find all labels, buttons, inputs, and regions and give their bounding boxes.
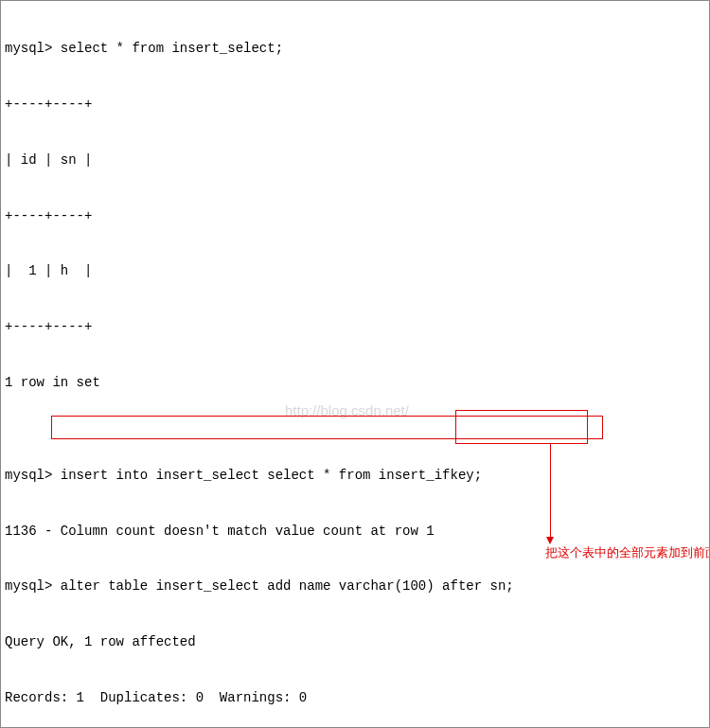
output-line: mysql> insert into insert_select select … [5, 467, 705, 486]
output-line: mysql> alter table insert_select add nam… [5, 577, 705, 596]
output-line: +----+----+ [5, 318, 705, 337]
output-line: +----+----+ [5, 96, 705, 115]
terminal-output[interactable]: mysql> select * from insert_select; +---… [1, 1, 709, 727]
output-line: 1136 - Column count doesn't match value … [5, 523, 705, 542]
annotation-arrow-head-icon [546, 537, 554, 544]
annotation-box-inner [455, 410, 588, 444]
annotation-box-outer [51, 416, 603, 439]
output-line: Query OK, 1 row affected [5, 633, 705, 652]
watermark-text: http://blog.csdn.net/ [285, 400, 409, 420]
terminal-window: mysql> select * from insert_select; +---… [0, 0, 710, 728]
output-line: | id | sn | [5, 151, 705, 170]
output-line: Records: 1 Duplicates: 0 Warnings: 0 [5, 689, 705, 708]
output-line: +----+----+ [5, 207, 705, 226]
output-line: mysql> select * from insert_select; [5, 40, 705, 59]
output-line: | 1 | h | [5, 262, 705, 281]
output-line: 1 row in set [5, 374, 705, 393]
annotation-label: 把这个表中的全部元素加到前面那个表中 [545, 545, 706, 560]
